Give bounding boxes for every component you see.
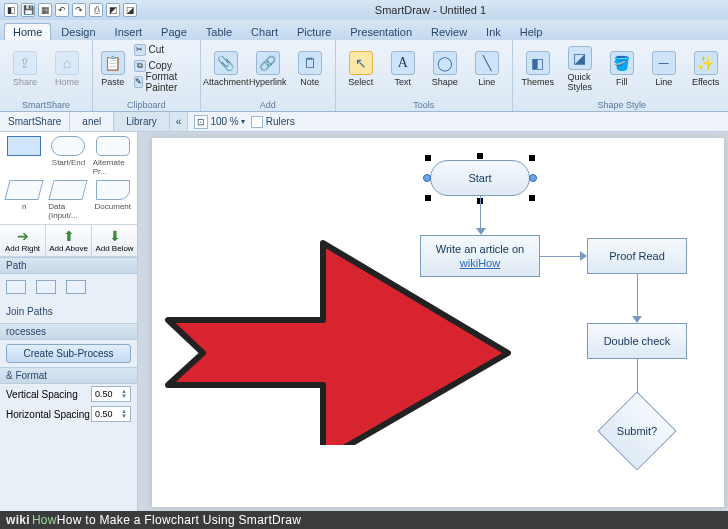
flowchart-node-write[interactable]: Write an article on wikiHow [420, 235, 540, 277]
share-icon: ⇪ [13, 51, 37, 75]
zoom-dropdown-icon[interactable]: ▾ [241, 117, 245, 126]
panel-collapse-button[interactable]: « [170, 112, 189, 131]
arrowhead-icon [476, 228, 486, 235]
flowchart-node-submit[interactable]: Submit? [597, 403, 677, 458]
tab-picture[interactable]: Picture [288, 23, 340, 40]
select-tool-button[interactable]: ↖Select [342, 42, 380, 96]
copy-label: Copy [149, 60, 172, 71]
node-label: Proof Read [609, 250, 665, 262]
tab-design[interactable]: Design [52, 23, 104, 40]
line-icon: ╲ [475, 51, 499, 75]
flowchart-node-start[interactable]: Start [430, 160, 530, 196]
attachment-button[interactable]: 📎Attachment [207, 42, 245, 96]
resize-handle[interactable] [425, 155, 431, 161]
save-button[interactable]: 💾 [21, 3, 35, 17]
tab-ink[interactable]: Ink [477, 23, 510, 40]
rulers-toggle[interactable]: Rulers [251, 116, 295, 128]
effects-button[interactable]: ✨Effects [687, 42, 725, 96]
share-button[interactable]: ⇪Share [6, 42, 44, 96]
format-section-header: & Format [0, 367, 137, 384]
tab-help[interactable]: Help [511, 23, 552, 40]
add-below-button[interactable]: ⬇Add Below [92, 225, 137, 256]
panel-tab-smartpanel[interactable]: anel [70, 112, 114, 131]
create-subprocess-button[interactable]: Create Sub-Process [6, 344, 131, 363]
canvas-viewport[interactable]: Start Write an article on wikiHow [138, 132, 728, 511]
fill-icon: 🪣 [610, 51, 634, 75]
print-button[interactable]: ⎙ [89, 3, 103, 17]
connector[interactable] [637, 274, 638, 318]
stepper-arrows-icon[interactable]: ▲▼ [121, 409, 127, 419]
tab-chart[interactable]: Chart [242, 23, 287, 40]
hyperlink-label: Hyperlink [249, 77, 287, 87]
add-below-label: Add Below [95, 244, 133, 253]
format-painter-icon: ✎ [134, 76, 143, 88]
tab-review[interactable]: Review [422, 23, 476, 40]
themes-button[interactable]: ◧Themes [519, 42, 557, 96]
panel-tab-library[interactable]: Library [114, 112, 170, 131]
fill-button[interactable]: 🪣Fill [603, 42, 641, 96]
tab-insert[interactable]: Insert [106, 23, 152, 40]
connector[interactable] [540, 256, 582, 257]
new-button[interactable]: ▦ [38, 3, 52, 17]
group-label-add: Add [207, 100, 329, 111]
add-right-button[interactable]: ➔Add Right [0, 225, 46, 256]
hyperlink-button[interactable]: 🔗Hyperlink [249, 42, 287, 96]
stepper-arrows-icon[interactable]: ▲▼ [121, 389, 127, 399]
shape-alternate-process[interactable]: Alternate Pr... [93, 136, 133, 176]
add-above-button[interactable]: ⬆Add Above [46, 225, 92, 256]
shape-decision[interactable]: n [4, 180, 44, 220]
tab-presentation[interactable]: Presentation [341, 23, 421, 40]
resize-handle[interactable] [529, 155, 535, 161]
tab-table[interactable]: Table [197, 23, 241, 40]
resize-handle[interactable] [477, 153, 483, 159]
canvas[interactable]: Start Write an article on wikiHow [152, 138, 724, 507]
shape-document[interactable]: Document [93, 180, 133, 220]
undo-button[interactable]: ↶ [55, 3, 69, 17]
format-painter-button[interactable]: ✎Format Painter [131, 74, 194, 89]
quick-styles-button[interactable]: ◪Quick Styles [561, 42, 599, 96]
smartshare-button[interactable]: SmartShare [0, 112, 70, 131]
shape-tool-button[interactable]: ◯Shape [426, 42, 464, 96]
smart-panel: Start/End Alternate Pr... n Data (Input/… [0, 132, 138, 511]
shape-process[interactable] [4, 136, 44, 176]
hspacing-stepper[interactable]: 0.50▲▼ [91, 406, 131, 422]
connection-handle[interactable] [529, 174, 537, 182]
shape-data[interactable]: Data (Input/... [48, 180, 88, 220]
tab-home[interactable]: Home [4, 23, 51, 40]
paste-button[interactable]: 📋Paste [99, 42, 127, 96]
vspacing-stepper[interactable]: 0.50▲▼ [91, 386, 131, 402]
home-button[interactable]: ⌂Home [48, 42, 86, 96]
qat-button-b[interactable]: ◪ [123, 3, 137, 17]
resize-handle[interactable] [425, 195, 431, 201]
cut-button[interactable]: ✂Cut [131, 42, 194, 57]
shape-start-end[interactable]: Start/End [48, 136, 88, 176]
connection-handle[interactable] [423, 174, 431, 182]
note-icon: 🗒 [298, 51, 322, 75]
tab-page[interactable]: Page [152, 23, 196, 40]
note-button[interactable]: 🗒Note [291, 42, 329, 96]
path-style-3[interactable] [66, 280, 86, 294]
path-section-header: Path [0, 257, 137, 274]
flowchart-node-proof-read[interactable]: Proof Read [587, 238, 687, 274]
join-paths-button[interactable]: Join Paths [6, 304, 131, 319]
shape-label: Alternate Pr... [93, 158, 133, 176]
path-style-1[interactable] [6, 280, 26, 294]
group-label-shape-style: Shape Style [519, 100, 725, 111]
redo-button[interactable]: ↷ [72, 3, 86, 17]
node-link[interactable]: wikiHow [460, 256, 500, 270]
app-menu-button[interactable]: ◧ [4, 3, 18, 17]
text-icon: A [391, 51, 415, 75]
zoom-control: ⊡ 100 % ▾ [194, 115, 244, 129]
qat-button-a[interactable]: ◩ [106, 3, 120, 17]
path-style-2[interactable] [36, 280, 56, 294]
flowchart-node-double-check[interactable]: Double check [587, 323, 687, 359]
line-style-button[interactable]: ─Line [645, 42, 683, 96]
caption-bar: wikiHow How to Make a Flowchart Using Sm… [0, 511, 728, 529]
zoom-fit-button[interactable]: ⊡ [194, 115, 208, 129]
line-tool-button[interactable]: ╲Line [468, 42, 506, 96]
connector[interactable] [480, 196, 481, 230]
resize-handle[interactable] [529, 195, 535, 201]
text-tool-button[interactable]: AText [384, 42, 422, 96]
caption-text: How to Make a Flowchart Using SmartDraw [57, 513, 301, 527]
vspacing-value: 0.50 [95, 389, 113, 399]
